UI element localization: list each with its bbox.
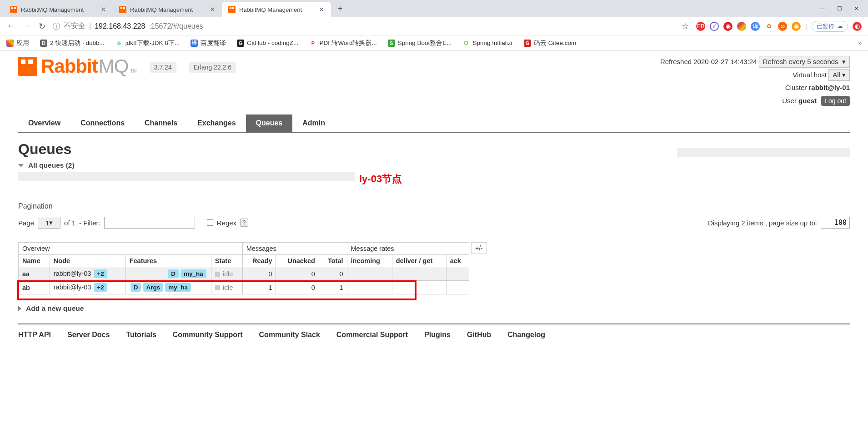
- tab-overview[interactable]: Overview: [18, 114, 70, 132]
- refreshed-timestamp: Refreshed 2020-02-27 14:43:24: [660, 58, 757, 65]
- queue-name-link[interactable]: ab: [22, 284, 30, 291]
- col-ack[interactable]: ack: [446, 255, 469, 267]
- queue-name-link[interactable]: aa: [22, 270, 30, 278]
- extension-icon[interactable]: 译: [751, 22, 760, 31]
- bookmarks-overflow-button[interactable]: »: [858, 40, 862, 46]
- apps-button[interactable]: 应用: [6, 39, 29, 47]
- vhost-select[interactable]: All ▾: [828, 69, 850, 81]
- footer-link[interactable]: Community Slack: [259, 331, 320, 339]
- bookmark-item[interactable]: GGitHub - codingZ...: [237, 40, 298, 47]
- col-unacked[interactable]: Unacked: [276, 255, 319, 267]
- tab-close-icon[interactable]: ✕: [319, 5, 325, 14]
- bookmarks-bar: 应用 D2 快速启动 · dubb... ♨jdk8下载-JDK 8下... 译…: [0, 35, 868, 51]
- all-queues-section-header[interactable]: All queues (2): [18, 161, 850, 169]
- browser-tab-1[interactable]: RabbitMQ Management ✕: [4, 2, 113, 17]
- queue-ready: 0: [242, 267, 276, 281]
- tab-close-icon[interactable]: ✕: [100, 5, 106, 14]
- filter-bar-bg-right: [677, 148, 850, 157]
- tab-connections[interactable]: Connections: [70, 114, 135, 132]
- window-controls: — ☐ ✕: [819, 5, 868, 12]
- extension-icon[interactable]: [737, 22, 746, 31]
- queue-total: 0: [319, 267, 347, 281]
- col-node[interactable]: Node: [50, 255, 125, 267]
- regex-help-button[interactable]: ?: [240, 219, 248, 227]
- col-name[interactable]: Name: [19, 255, 50, 267]
- extension-icon[interactable]: ◐: [853, 22, 862, 31]
- rabbitmq-favicon-icon: [119, 6, 126, 13]
- extension-icon[interactable]: ✓: [710, 22, 719, 31]
- queue-node: rabbit@ly-03 +2: [50, 281, 125, 294]
- col-ready[interactable]: Ready: [242, 255, 276, 267]
- bookmark-item[interactable]: PPDF转Word转换器...: [309, 39, 376, 47]
- tab-queues[interactable]: Queues: [246, 114, 293, 132]
- nav-back-button[interactable]: ←: [6, 22, 15, 31]
- tab-title: RabbitMQ Management: [239, 6, 315, 13]
- col-features[interactable]: Features: [125, 255, 211, 267]
- queue-ack: [446, 267, 469, 281]
- columns-toggle-button[interactable]: +/-: [471, 242, 487, 254]
- spring-icon: ⬡: [462, 40, 470, 47]
- footer-link[interactable]: Tutorials: [126, 331, 156, 339]
- window-minimize-button[interactable]: —: [819, 5, 825, 12]
- extension-icon[interactable]: FB: [696, 22, 705, 31]
- col-total[interactable]: Total: [319, 255, 347, 267]
- window-close-button[interactable]: ✕: [853, 5, 860, 12]
- footer-link[interactable]: Community Support: [173, 331, 243, 339]
- extension-icon[interactable]: ✿: [764, 22, 773, 31]
- col-incoming[interactable]: incoming: [347, 255, 392, 267]
- bookmark-item[interactable]: SSpring Boot整合E...: [388, 39, 452, 47]
- page-header: RabbitMQTM 3.7.24 Erlang 22.2.6 Refreshe…: [18, 55, 850, 107]
- footer-link[interactable]: Changelog: [507, 331, 545, 339]
- tab-admin[interactable]: Admin: [292, 114, 335, 132]
- bookmark-item[interactable]: G码云 Gitee.com: [524, 39, 576, 47]
- footer-link[interactable]: HTTP API: [18, 331, 51, 339]
- regex-checkbox[interactable]: [207, 219, 213, 226]
- refresh-interval-select[interactable]: Refresh every 5 seconds ▾: [759, 56, 850, 68]
- col-deliver[interactable]: deliver / get: [392, 255, 446, 267]
- queue-features: Dmy_ha: [125, 267, 211, 281]
- table-group-rates: Message rates: [347, 243, 469, 255]
- tab-channels[interactable]: Channels: [135, 114, 187, 132]
- page-select[interactable]: 1 ▾: [38, 217, 60, 229]
- bookmark-item[interactable]: 译百度翻译: [191, 39, 226, 47]
- profile-avatar-icon: ☁: [837, 23, 843, 30]
- nav-forward-button[interactable]: →: [22, 22, 31, 31]
- footer-link[interactable]: Plugins: [424, 331, 451, 339]
- mirror-badge: +2: [94, 269, 107, 278]
- browser-tabbar: RabbitMQ Management ✕ RabbitMQ Managemen…: [0, 0, 868, 17]
- bookmark-item[interactable]: ⬡Spring Initializr: [462, 40, 513, 47]
- rabbitmq-logo: RabbitMQTM: [18, 55, 137, 77]
- extension-icon[interactable]: ◉: [723, 22, 733, 31]
- browser-tab-2[interactable]: RabbitMQ Management ✕: [113, 2, 222, 17]
- queue-unacked: 0: [276, 267, 319, 281]
- cluster-name: rabbit@ly-01: [809, 84, 850, 91]
- bookmark-item[interactable]: ♨jdk8下载-JDK 8下...: [115, 39, 180, 47]
- browser-address-bar: ← → ↻ i 不安全 | 192.168.43.228:15672/#/que…: [0, 17, 868, 35]
- tab-close-icon[interactable]: ✕: [210, 5, 216, 14]
- logout-button[interactable]: Log out: [821, 96, 850, 106]
- insecure-icon: i: [53, 23, 60, 30]
- bookmark-item[interactable]: D2 快速启动 · dubb...: [40, 39, 105, 47]
- window-maximize-button[interactable]: ☐: [836, 5, 843, 12]
- page-size-input[interactable]: [821, 217, 850, 229]
- browser-tab-3[interactable]: RabbitMQ Management ✕: [222, 2, 331, 17]
- col-state[interactable]: State: [211, 255, 242, 267]
- extension-icon[interactable]: ◉: [792, 22, 801, 31]
- feature-badge: D: [168, 269, 179, 278]
- footer-link[interactable]: Server Docs: [67, 331, 110, 339]
- extension-icon[interactable]: ∞: [778, 22, 787, 31]
- nav-reload-button[interactable]: ↻: [37, 22, 46, 31]
- footer-link[interactable]: Commercial Support: [336, 331, 408, 339]
- bookmark-icon: ♨: [115, 40, 123, 47]
- footer-link[interactable]: GitHub: [467, 331, 491, 339]
- url-field[interactable]: i 不安全 | 192.168.43.228:15672/#/queues: [53, 21, 674, 31]
- queue-features: DArgsmy_ha: [125, 281, 211, 294]
- bookmark-star-icon[interactable]: ☆: [681, 22, 690, 31]
- queue-unacked: 0: [276, 281, 319, 294]
- add-queue-section-header[interactable]: Add a new queue: [18, 304, 850, 313]
- new-tab-button[interactable]: +: [334, 2, 346, 15]
- filter-input[interactable]: [104, 217, 195, 229]
- tab-exchanges[interactable]: Exchanges: [187, 114, 246, 132]
- feature-badge: D: [130, 283, 141, 292]
- profile-paused-pill[interactable]: 已暂停 ☁: [812, 21, 848, 32]
